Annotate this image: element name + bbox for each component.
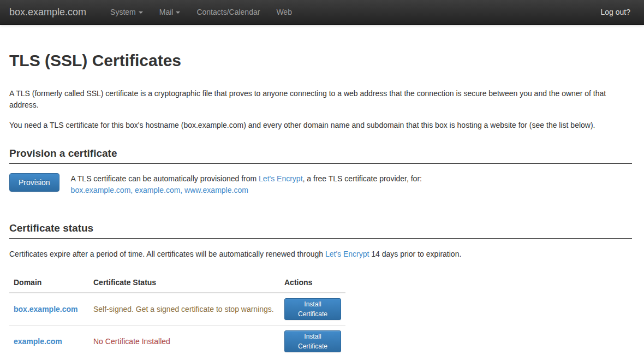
- domain-cell: box.example.com: [9, 293, 89, 326]
- nav-item-contacts-calendar[interactable]: Contacts/Calendar: [188, 0, 268, 25]
- install-certificate-button[interactable]: Install Certificate: [284, 330, 341, 352]
- status-cell: Self-signed. Get a signed certificate to…: [89, 293, 280, 326]
- nav-item-web-label: Web: [276, 7, 292, 18]
- column-header-certificate-status: Certificate Status: [89, 273, 280, 293]
- lets-encrypt-link[interactable]: Let's Encrypt: [259, 174, 303, 183]
- nav-item-system-label: System: [110, 7, 136, 18]
- nav-item-system[interactable]: System: [102, 0, 151, 25]
- provision-text-before: A TLS certificate can be automatically p…: [71, 174, 259, 183]
- nav-item-mail[interactable]: Mail: [151, 0, 189, 25]
- expiry-note: Certificates expire after a period of ti…: [9, 248, 632, 260]
- provision-description: A TLS certificate can be automatically p…: [71, 173, 422, 196]
- column-header-domain: Domain: [9, 273, 89, 293]
- lets-encrypt-link[interactable]: Let's Encrypt: [325, 250, 369, 258]
- intro-paragraph-2: You need a TLS certificate for this box'…: [9, 120, 632, 131]
- main-content: TLS (SSL) Certificates A TLS (formerly c…: [0, 51, 644, 355]
- caret-down-icon: [176, 11, 180, 14]
- nav-item-mail-label: Mail: [159, 7, 174, 18]
- status-cell: No Certificate Installed: [89, 325, 280, 355]
- actions-cell: Install Certificate: [280, 325, 345, 355]
- caret-down-icon: [139, 11, 143, 14]
- nav-item-contacts-calendar-label: Contacts/Calendar: [196, 7, 260, 18]
- navbar-menu: System Mail Contacts/Calendar Web: [102, 0, 300, 25]
- install-certificate-button[interactable]: Install Certificate: [284, 298, 341, 320]
- intro-paragraph-1: A TLS (formerly called SSL) certificate …: [9, 88, 632, 111]
- provision-domains: box.example.com, example.com, www.exampl…: [71, 185, 422, 196]
- column-header-actions: Actions: [280, 273, 345, 293]
- certificate-status-section: Certificate status Certificates expire a…: [9, 222, 632, 355]
- navbar-brand[interactable]: box.example.com: [0, 5, 94, 20]
- provision-section: Provision a certificate Provision A TLS …: [9, 147, 632, 196]
- domain-cell: example.com: [9, 325, 89, 355]
- table-row: example.com No Certificate Installed Ins…: [9, 325, 345, 355]
- logout-link[interactable]: Log out?: [601, 7, 644, 18]
- nav-item-web[interactable]: Web: [268, 0, 300, 25]
- provision-button[interactable]: Provision: [9, 173, 59, 192]
- provision-heading: Provision a certificate: [9, 147, 632, 164]
- navbar: box.example.com System Mail Contacts/Cal…: [0, 0, 644, 25]
- provision-row: Provision A TLS certificate can be autom…: [9, 173, 632, 196]
- table-header-row: Domain Certificate Status Actions: [9, 273, 345, 293]
- expiry-note-after: 14 days prior to expiration.: [369, 250, 461, 258]
- certificate-status-heading: Certificate status: [9, 222, 632, 239]
- provision-description-line: A TLS certificate can be automatically p…: [71, 173, 422, 185]
- page-title: TLS (SSL) Certificates: [9, 51, 632, 69]
- actions-cell: Install Certificate: [280, 293, 345, 326]
- expiry-note-before: Certificates expire after a period of ti…: [9, 250, 325, 258]
- table-row: box.example.com Self-signed. Get a signe…: [9, 293, 345, 326]
- provision-text-after: , a free TLS certificate provider, for:: [303, 174, 422, 183]
- certificate-table: Domain Certificate Status Actions box.ex…: [9, 273, 345, 355]
